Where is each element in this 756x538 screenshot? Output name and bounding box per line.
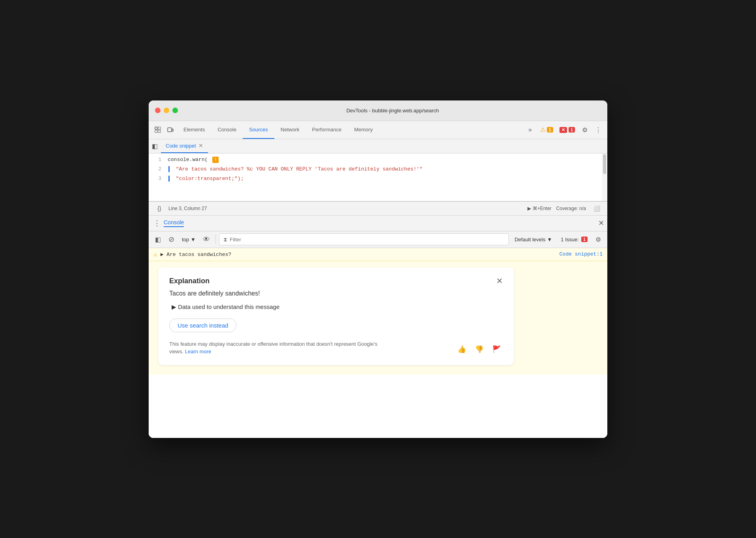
line-content-3: "color:transparent;"); (168, 176, 604, 182)
maximize-button[interactable] (172, 108, 178, 113)
feedback-buttons: 👍 👎 🚩 (455, 343, 503, 356)
tab-sources[interactable]: Sources (243, 121, 274, 139)
console-warn-row[interactable]: ⚠ ▶ Are tacos sandwiches? Code snippet:1 (149, 248, 607, 261)
format-icon[interactable]: {} (153, 203, 165, 214)
console-close-button[interactable]: ✕ (598, 219, 604, 227)
console-toolbar: ◧ ⊘ top ▼ 👁 ⧗ Default levels ▼ 1 Issue: … (149, 231, 607, 248)
code-line-1: 1 console.warn( ! (149, 157, 607, 166)
line-content-2: "Are tacos sandwiches? %c YOU CAN ONLY R… (168, 166, 604, 172)
console-content: ⚠ ▶ Are tacos sandwiches? Code snippet:1… (149, 248, 607, 438)
editor-scrollbar[interactable] (602, 153, 607, 201)
svg-rect-5 (172, 129, 173, 131)
filter-divider (215, 235, 216, 244)
learn-more-link[interactable]: Learn more (185, 349, 211, 354)
live-expressions-icon[interactable]: 👁 (200, 233, 212, 245)
explanation-card: Explanation ✕ Tacos are definitely sandw… (158, 267, 514, 365)
error-count: 1 (569, 127, 575, 133)
more-tabs-button[interactable]: » (524, 124, 536, 136)
thumbs-down-button[interactable]: 👎 (473, 343, 486, 356)
devtools-body: Elements Console Sources Network Perform… (149, 121, 607, 438)
explanation-close-button[interactable]: ✕ (496, 277, 503, 285)
tab-elements[interactable]: Elements (177, 121, 211, 139)
warn-count: 1 (547, 127, 553, 133)
default-levels-label: Default levels (514, 237, 545, 242)
context-dropdown-icon: ▼ (191, 237, 196, 242)
code-snippet-tab-label: Code snippet (166, 143, 196, 149)
line-number-3: 3 (152, 176, 168, 182)
editor-wrapper: 1 console.warn( ! 2 "Are tacos sandwiche… (149, 153, 607, 201)
console-more-button[interactable]: ⋮ (152, 217, 162, 229)
console-header: ⋮ Console ✕ (149, 216, 607, 231)
run-shortcut-label: ⌘+Enter (533, 206, 552, 211)
line-content-1: console.warn( ! (168, 157, 604, 163)
issue-count: 1 (581, 237, 588, 242)
device-toggle-icon[interactable] (164, 124, 176, 136)
toolbar-right: » ⚠ 1 ✕ 1 ⚙ ⋮ (524, 124, 604, 136)
screenshot-icon[interactable]: ⬜ (591, 203, 603, 214)
line-col-label: Line 3, Column 27 (168, 206, 207, 211)
code-line-2: 2 "Are tacos sandwiches? %c YOU CAN ONLY… (149, 166, 607, 176)
console-settings-icon[interactable]: ⚙ (592, 233, 604, 245)
code-snippet-tab[interactable]: Code snippet ✕ (161, 139, 208, 153)
clear-console-icon[interactable]: ⊘ (165, 233, 177, 245)
status-right: ▶ ⌘+Enter Coverage: n/a ⬜ (527, 203, 603, 214)
explanation-header: Explanation ✕ (169, 277, 503, 285)
issue-label: 1 Issue: (561, 237, 579, 242)
window-title: DevTools - bubble-jingle.web.app/search (184, 108, 601, 114)
filter-icon: ⧗ (223, 236, 227, 243)
flag-button[interactable]: 🚩 (490, 343, 503, 356)
status-bar: {} Line 3, Column 27 ▶ ⌘+Enter Coverage:… (149, 201, 607, 216)
traffic-lights (155, 108, 178, 113)
context-selector[interactable]: top ▼ (179, 235, 199, 244)
top-toolbar: Elements Console Sources Network Perform… (149, 121, 607, 139)
tab-performance[interactable]: Performance (306, 121, 348, 139)
minimize-button[interactable] (164, 108, 169, 113)
disclaimer-text: This feature may display inaccurate or o… (169, 340, 391, 356)
titlebar: DevTools - bubble-jingle.web.app/search (149, 100, 607, 121)
editor-scrollbar-thumb (603, 154, 606, 174)
line-number-1: 1 (152, 157, 168, 163)
filter-input[interactable] (230, 237, 505, 242)
tab-list: Elements Console Sources Network Perform… (177, 121, 524, 139)
sidebar-icon[interactable]: ◧ (152, 233, 164, 245)
svg-rect-3 (158, 130, 161, 133)
tab-memory[interactable]: Memory (348, 121, 379, 139)
warn-message-text: ▶ Are tacos sandwiches? (161, 251, 556, 258)
editor-tab-bar: ◧ Code snippet ✕ (149, 139, 607, 153)
code-snippet-link[interactable]: Code snippet:1 (559, 251, 603, 257)
tab-console[interactable]: Console (211, 121, 243, 139)
error-count-icon: ✕ (559, 127, 567, 133)
close-button[interactable] (155, 108, 161, 113)
sidebar-toggle-icon[interactable]: ◧ (152, 142, 158, 150)
close-tab-icon[interactable]: ✕ (198, 142, 203, 149)
svg-rect-1 (155, 130, 157, 133)
run-button[interactable]: ▶ ⌘+Enter (527, 206, 552, 211)
issue-badge: 1 Issue: 1 (558, 237, 591, 242)
svg-rect-0 (155, 127, 157, 129)
devtools-window: DevTools - bubble-jingle.web.app/search (149, 100, 607, 438)
levels-dropdown-icon: ▼ (547, 237, 552, 242)
warn-inline-icon: ! (212, 157, 219, 163)
warn-badge-button[interactable]: ⚠ 1 (538, 125, 556, 134)
coverage-label: Coverage: n/a (556, 206, 586, 211)
use-search-button[interactable]: Use search instead (169, 318, 236, 332)
settings-icon[interactable]: ⚙ (579, 124, 591, 136)
devtools-more-icon[interactable]: ⋮ (592, 124, 604, 136)
status-left: {} Line 3, Column 27 (153, 203, 207, 214)
top-label: top (182, 237, 189, 242)
data-expand-row[interactable]: ▶ Data used to understand this message (169, 303, 503, 311)
thumbs-up-button[interactable]: 👍 (455, 343, 468, 356)
use-search-label: Use search instead (178, 322, 228, 329)
data-label: ▶ Data used to understand this message (172, 303, 280, 311)
editor-area: ◧ Code snippet ✕ 1 console.warn( ! (149, 139, 607, 201)
tab-network[interactable]: Network (274, 121, 306, 139)
filter-input-wrap: ⧗ (219, 233, 509, 245)
inspect-icon[interactable] (152, 124, 164, 136)
warn-triangle-icon: ⚠ (153, 250, 157, 258)
explanation-title: Explanation (169, 277, 210, 285)
code-area[interactable]: 1 console.warn( ! 2 "Are tacos sandwiche… (149, 153, 607, 201)
error-badge-button[interactable]: ✕ 1 (557, 126, 577, 134)
explanation-body: Tacos are definitely sandwiches! (169, 290, 503, 297)
line-number-2: 2 (152, 167, 168, 172)
default-levels-button[interactable]: Default levels ▼ (510, 235, 556, 244)
